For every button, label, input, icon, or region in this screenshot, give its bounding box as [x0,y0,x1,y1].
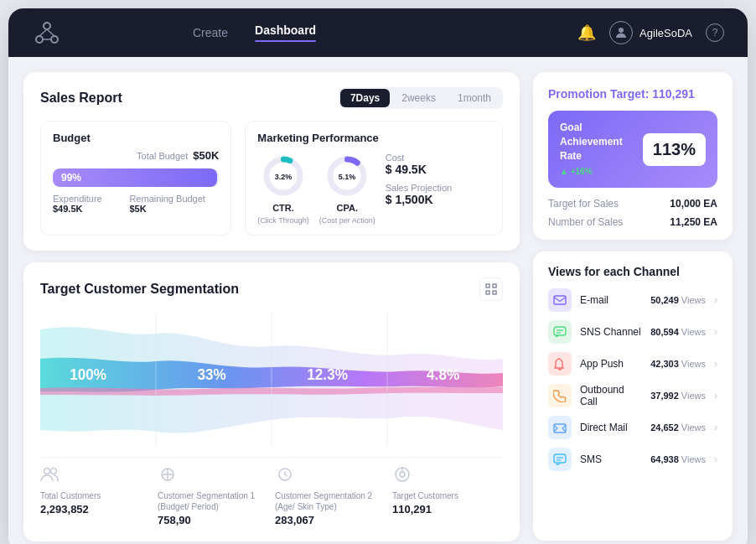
channel-name-5: SMS [580,453,642,465]
seg-title: Target Customer Segmentation [40,282,239,297]
seg-icon-3 [392,466,412,487]
svg-line-4 [47,29,54,36]
channel-name-0: E-mail [580,294,642,306]
promo-stat-1: Number of Sales 11,250 EA [548,216,717,228]
svg-text:3.2%: 3.2% [275,173,293,181]
channel-views-4: 24,652 Views [650,422,706,433]
help-icon[interactable]: ? [706,23,724,42]
channel-item-3[interactable]: Outbound Call 37,992 Views › [548,384,717,407]
main-content: Sales Report 7Days 2weeks 1month Budget … [8,57,748,544]
svg-point-31 [400,472,405,477]
progress-pct: 99% [61,172,81,184]
seg-col-value-3: 110,291 [392,503,432,516]
channel-item-4[interactable]: Direct Mail 24,652 Views › [548,416,717,439]
promo-stat-value-0: 10,000 EA [670,198,717,210]
seg-footer: Total Customers 2,293,852 Customer Segme… [40,457,503,526]
projection-stat: Sales Projection $ 1,500K [386,183,453,206]
promo-title: Promotion Target: 110,291 [548,87,717,101]
svg-point-6 [619,28,624,33]
logo [32,18,62,48]
cost-stat: Cost $ 49.5K [386,153,453,176]
goal-text: Goal Achievement Rate ▲ +16% [560,121,634,178]
header: Create Dashboard 🔔 AgileSoDA ? [8,8,748,57]
period-2weeks[interactable]: 2weeks [391,89,446,107]
progress-fill: 99% [53,168,217,187]
seg-icon-0 [40,466,60,487]
channel-name-1: SNS Channel [580,326,642,338]
svg-point-25 [51,469,57,474]
channel-icon-0 [548,288,572,312]
nav-dashboard[interactable]: Dashboard [255,20,316,45]
svg-text:5.1%: 5.1% [339,173,356,181]
svg-text:100%: 100% [70,366,106,383]
sales-row: Budget Total Budget $50K 99% E [40,121,503,236]
seg-col-value-0: 2,293,852 [40,503,89,516]
svg-point-0 [44,23,50,29]
nav-create[interactable]: Create [193,23,228,43]
channel-chevron-1: › [714,326,717,338]
app-wrapper: Create Dashboard 🔔 AgileSoDA ? Sales Rep… [8,8,748,544]
ctr-donut: 3.2% CTR. (Click Through) [257,153,308,225]
expenditure-detail: Expenditure $49.5K [53,194,129,214]
svg-text:33%: 33% [197,366,226,383]
promo-stat-label-0: Target for Sales [548,198,619,210]
seg-col-value-2: 283,067 [275,514,314,526]
period-1month[interactable]: 1month [448,89,501,107]
svg-rect-16 [493,291,496,294]
svg-rect-15 [486,291,489,294]
bell-icon[interactable]: 🔔 [577,23,596,42]
channel-views-5: 64,938 Views [650,454,706,464]
remaining-detail: Remaining Budget $5K [129,194,219,214]
segmentation-card: Target Customer Segmentation [23,262,520,541]
period-tabs: 7Days 2weeks 1month [339,87,503,109]
sales-report-header: Sales Report 7Days 2weeks 1month [40,87,503,109]
seg-col-value-1: 758,90 [158,514,191,526]
goal-row: Goal Achievement Rate ▲ +16% 113% [548,111,717,188]
goal-pct: 113% [643,133,706,166]
channel-views-0: 50,249 Views [650,295,706,305]
goal-trend: ▲ +16% [560,166,634,178]
svg-rect-37 [554,424,566,433]
promo-card: Promotion Target: 110,291 Goal Achieveme… [533,72,733,240]
svg-text:12.3%: 12.3% [307,366,348,383]
svg-point-24 [44,469,50,474]
svg-rect-33 [554,296,566,304]
promo-stat-value-1: 11,250 EA [670,216,717,228]
channel-item-1[interactable]: SNS Channel 80,594 Views › [548,320,717,344]
user-menu[interactable]: AgileSoDA [609,21,692,44]
channel-item-5[interactable]: SMS 64,938 Views › [548,448,717,471]
promo-stat-label-1: Number of Sales [548,216,623,228]
channel-chevron-0: › [714,294,717,306]
flow-chart: 100% 33% 12.3% 4.8% [40,313,503,447]
sales-report-title: Sales Report [40,91,122,106]
budget-total-label: Total Budget [137,151,188,161]
avatar [609,21,633,44]
seg-expand-button[interactable] [479,277,503,301]
header-right: 🔔 AgileSoDA ? [577,21,724,44]
channel-item-2[interactable]: App Push 42,303 Views › [548,352,717,376]
sales-report-card: Sales Report 7Days 2weeks 1month Budget … [23,72,520,251]
channel-views-3: 37,992 Views [650,391,706,401]
channel-icon-4 [548,416,572,439]
ctr-sublabel: (Click Through) [257,216,308,225]
seg-header: Target Customer Segmentation [40,277,503,301]
period-7days[interactable]: 7Days [340,89,390,107]
seg-col-label-3: Target Customers [392,490,458,501]
svg-rect-14 [493,284,496,288]
budget-total-value: $50K [193,149,219,162]
svg-line-3 [39,29,47,36]
cpa-label: CPA. [336,203,357,213]
channel-icon-2 [548,352,572,376]
progress-bar: 99% [53,168,219,187]
seg-col-3: Target Customers 110,291 [392,466,503,526]
channel-icon-1 [548,320,572,344]
channel-views-2: 42,303 Views [650,359,706,369]
budget-section: Budget Total Budget $50K 99% E [40,121,231,236]
seg-col-1: Customer Segmentation 1(Budget/ Period) … [158,466,268,526]
svg-rect-13 [486,284,489,288]
marketing-stats: Cost $ 49.5K Sales Projection $ 1,500K [386,153,453,206]
seg-icon-2 [275,466,295,487]
cpa-donut: 5.1% CPA. (Cost per Action) [319,153,375,225]
channel-item-0[interactable]: E-mail 50,249 Views › [548,288,717,312]
seg-col-0: Total Customers 2,293,852 [40,466,151,526]
